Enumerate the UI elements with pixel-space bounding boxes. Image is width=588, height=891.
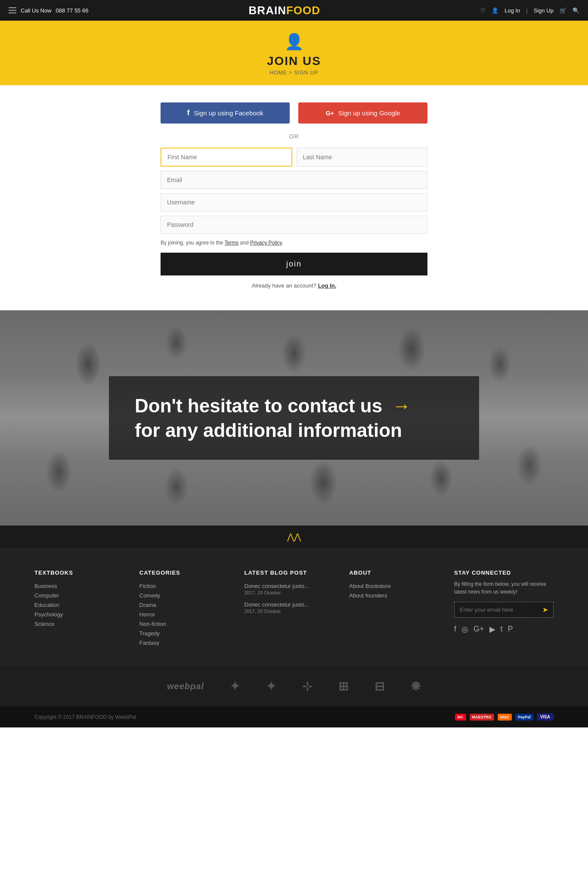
list-item[interactable]: Comedy — [139, 592, 227, 599]
payment-icons: MC MAESTRO DISC PayPal VISA — [455, 713, 554, 721]
blog-item-1: Donec consectetur justo... 2017, 20 Octo… — [244, 583, 332, 595]
social-icons: f ◎ G+ ▶ t P — [454, 625, 554, 634]
signup-link[interactable]: Sign Up — [534, 7, 554, 14]
tumblr-social-icon[interactable]: t — [501, 625, 503, 634]
list-item[interactable]: Non-fiction — [139, 621, 227, 627]
partner-6: ⊟ — [374, 679, 385, 693]
or-divider: OR — [289, 133, 299, 140]
paypal-badge: PayPal — [515, 714, 533, 721]
textbooks-list: Business Computer Education Psychology S… — [34, 583, 122, 627]
footer-textbooks: TEXTBOOKS Business Computer Education Ps… — [34, 569, 122, 649]
facebook-social-icon[interactable]: f — [454, 625, 456, 634]
terms-suffix: . — [282, 240, 283, 246]
email-input[interactable] — [161, 171, 427, 189]
footer-categories: CATEGORIES Fiction Comedy Drama Horror N… — [139, 569, 227, 649]
login-prompt: Already have an account? Log In. — [252, 282, 337, 289]
google-icon: G+ — [326, 110, 334, 117]
subscribe-button[interactable]: ➤ — [537, 602, 553, 617]
user-icon-small: 👤 — [492, 7, 498, 14]
contact-line2: for any additional information — [135, 418, 453, 442]
terms-text: By joining, you agree to the Terms and P… — [161, 240, 427, 246]
list-item[interactable]: Fiction — [139, 583, 227, 589]
pinterest-social-icon[interactable]: P — [508, 625, 513, 634]
list-item[interactable]: About founders — [349, 592, 437, 599]
youtube-social-icon[interactable]: ▶ — [489, 625, 495, 634]
categories-heading: CATEGORIES — [139, 569, 227, 576]
already-text: Already have an account? — [252, 282, 316, 289]
list-item[interactable]: Fantasy — [139, 640, 227, 646]
list-item[interactable]: Horror — [139, 611, 227, 618]
categories-list: Fiction Comedy Drama Horror Non-fiction … — [139, 583, 227, 646]
partner-4: ⊹ — [302, 679, 313, 693]
googleplus-social-icon[interactable]: G+ — [473, 625, 484, 634]
first-name-input[interactable] — [161, 148, 292, 167]
stay-desc: By filling the form below, you will rece… — [454, 580, 554, 596]
visa-badge: VISA — [537, 713, 554, 721]
join-button[interactable]: join — [161, 253, 427, 275]
list-item[interactable]: Business — [34, 583, 122, 589]
cart-icon[interactable]: 🛒 — [560, 7, 566, 14]
scroll-up-icon[interactable]: ⋀⋀ — [287, 532, 301, 542]
footer-partners: weebpal ✦ ✦ ⊹ ⊞ ⊟ ❋ — [0, 666, 588, 706]
header-left: Call Us Now 088 77 55 66 — [9, 7, 88, 14]
username-input[interactable] — [161, 193, 427, 211]
signup-form: By joining, you agree to the Terms and P… — [161, 148, 427, 275]
list-item[interactable]: Computer — [34, 592, 122, 599]
mastercard-badge: MC — [455, 714, 466, 721]
google-signup-button[interactable]: G+ Sign up using Google — [298, 102, 427, 124]
footer-about: ABOUT About Bookstore About founders — [349, 569, 437, 649]
partner-5: ⊞ — [338, 679, 349, 693]
discover-badge: DISC — [498, 714, 512, 721]
textbooks-heading: TEXTBOOKS — [34, 569, 122, 576]
about-heading: ABOUT — [349, 569, 437, 576]
phone-number: 088 77 55 66 — [56, 7, 89, 14]
list-item[interactable]: Drama — [139, 602, 227, 608]
social-buttons: f Sign up using Facebook G+ Sign up usin… — [161, 102, 427, 124]
hamburger-icon[interactable] — [9, 7, 16, 13]
user-avatar-icon: 👤 — [285, 33, 304, 51]
partner-7: ❋ — [411, 679, 421, 693]
login-link[interactable]: Log In. — [318, 282, 337, 289]
footer-bottom: Copyright © 2017 BRAINFOOD by WeebPal MC… — [0, 706, 588, 727]
list-item[interactable]: Tragedy — [139, 630, 227, 637]
about-list: About Bookstore About founders — [349, 583, 437, 599]
list-item[interactable]: About Bookstore — [349, 583, 437, 589]
list-item[interactable]: Psychology — [34, 611, 122, 618]
privacy-link[interactable]: Privacy Policy — [250, 240, 282, 246]
contact-line1-text: Don't hesitate to contact us — [135, 395, 382, 416]
login-link[interactable]: Log In — [504, 7, 520, 14]
contact-arrow: → — [392, 395, 411, 416]
list-item[interactable]: Science — [34, 621, 122, 627]
heart-icon[interactable]: ♡ — [480, 7, 486, 14]
page-title: JOIN US — [267, 54, 321, 68]
brand-brain: BRAIN — [249, 4, 286, 17]
contact-text-box: Don't hesitate to contact us → for any a… — [109, 376, 479, 460]
scroll-up-bar[interactable]: ⋀⋀ — [0, 526, 588, 548]
terms-link[interactable]: Terms — [225, 240, 239, 246]
terms-prefix: By joining, you agree to the — [161, 240, 225, 246]
brand-logo[interactable]: BRAINFOOD — [249, 4, 320, 17]
password-input[interactable] — [161, 216, 427, 234]
top-header: Call Us Now 088 77 55 66 BRAINFOOD ♡ 👤 L… — [0, 0, 588, 21]
last-name-input[interactable] — [297, 148, 427, 167]
blog-title-2[interactable]: Donec consectetur justo... — [244, 601, 332, 608]
blog-title-1[interactable]: Donec consectetur justo... — [244, 583, 332, 589]
blog-date-2: 2017, 20 October — [244, 609, 332, 614]
newsletter-email-input[interactable] — [455, 602, 537, 617]
terms-mid: and — [238, 240, 250, 246]
email-subscribe-form: ➤ — [454, 602, 554, 618]
signup-form-section: f Sign up using Facebook G+ Sign up usin… — [0, 85, 588, 310]
name-row — [161, 148, 427, 167]
facebook-btn-label: Sign up using Facebook — [194, 109, 263, 117]
footer-main: TEXTBOOKS Business Computer Education Ps… — [0, 548, 588, 666]
partner-2: ✦ — [230, 679, 240, 693]
brand-food: FOOD — [286, 4, 320, 17]
instagram-social-icon[interactable]: ◎ — [461, 625, 468, 634]
partner-weebpal: weebpal — [167, 681, 204, 691]
partner-3: ✦ — [266, 679, 276, 693]
search-icon[interactable]: 🔍 — [573, 7, 579, 14]
facebook-icon: f — [187, 108, 190, 118]
list-item[interactable]: Education — [34, 602, 122, 608]
facebook-signup-button[interactable]: f Sign up using Facebook — [161, 102, 290, 124]
breadcrumb: HOME > SIGN UP — [269, 70, 318, 76]
